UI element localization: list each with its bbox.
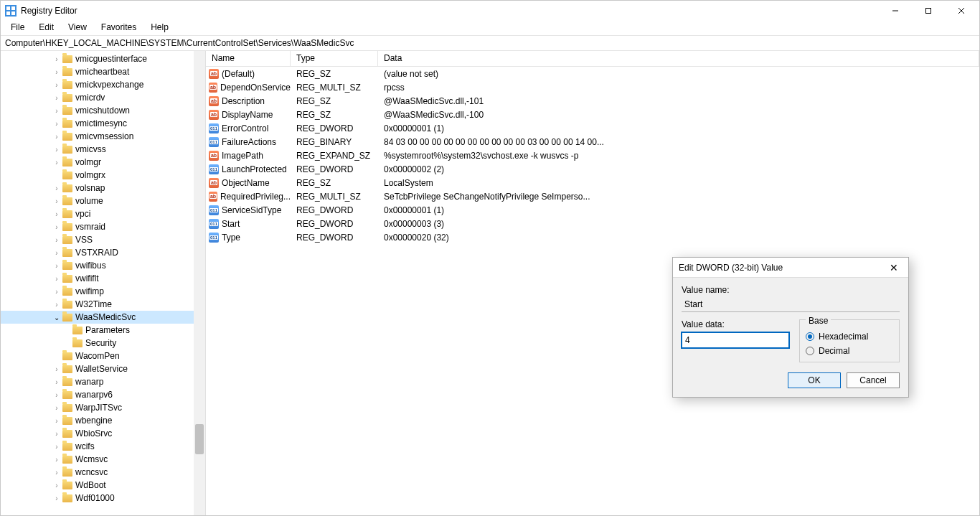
tree-item-vmicrdv[interactable]: ›vmicrdv [1,91,205,104]
tree-item-wdf01000[interactable]: ›Wdf01000 [1,492,205,505]
menu-help[interactable]: Help [143,21,176,35]
tree-item-parameters[interactable]: Parameters [1,324,205,337]
chevron-right-icon[interactable]: › [52,494,61,502]
maximize-button[interactable] [912,1,945,21]
tree-item-vsmraid[interactable]: ›vsmraid [1,220,205,233]
tree-item-warpjitsvc[interactable]: ›WarpJITSvc [1,401,205,414]
ok-button[interactable]: OK [788,372,841,388]
tree-item-w32time[interactable]: ›W32Time [1,298,205,311]
chevron-right-icon[interactable]: › [52,262,61,270]
value-row[interactable]: ServiceSidTypeREG_DWORD0x00000001 (1) [206,203,979,217]
tree-item-walletservice[interactable]: ›WalletService [1,362,205,375]
tree-item-vstxraid[interactable]: ›VSTXRAID [1,246,205,259]
chevron-right-icon[interactable]: › [52,456,61,464]
chevron-right-icon[interactable]: › [52,430,61,438]
chevron-down-icon[interactable]: ⌄ [52,314,61,322]
address-bar[interactable]: Computer\HKEY_LOCAL_MACHINE\SYSTEM\Curre… [1,35,979,51]
menu-favorites[interactable]: Favorites [94,21,143,35]
chevron-right-icon[interactable]: › [52,236,61,244]
values-pane[interactable]: Name Type Data (Default)REG_SZ(value not… [206,51,979,515]
chevron-right-icon[interactable]: › [52,210,61,218]
value-row[interactable]: ObjectNameREG_SZLocalSystem [206,176,979,189]
tree-item-wbengine[interactable]: ›wbengine [1,414,205,427]
tree-item-waasmedicsvc[interactable]: ⌄WaaSMedicSvc [1,311,205,324]
tree-item-vwifimp[interactable]: ›vwifimp [1,285,205,298]
column-name[interactable]: Name [206,51,291,66]
tree-item-wanarp[interactable]: ›wanarp [1,375,205,388]
chevron-right-icon[interactable]: › [52,249,61,257]
tree-item-wcmsvc[interactable]: ›Wcmsvc [1,453,205,466]
chevron-right-icon[interactable]: › [52,443,61,451]
chevron-right-icon[interactable]: › [52,159,61,166]
chevron-right-icon[interactable]: › [52,365,61,373]
value-row[interactable]: FailureActionsREG_BINARY84 03 00 00 00 0… [206,135,979,149]
column-type[interactable]: Type [291,51,378,66]
close-button[interactable] [945,1,978,21]
tree-item-wcifs[interactable]: ›wcifs [1,440,205,453]
value-row[interactable]: DescriptionREG_SZ@WaaSMedicSvc.dll,-101 [206,94,979,108]
chevron-right-icon[interactable]: › [52,146,61,154]
tree-item-vwifibus[interactable]: ›vwifibus [1,259,205,272]
menu-edit[interactable]: Edit [32,21,61,35]
value-row[interactable]: (Default)REG_SZ(value not set) [206,67,979,80]
radio-hexadecimal[interactable]: Hexadecimal [806,332,893,342]
tree-item-vmicvmsession[interactable]: ›vmicvmsession [1,130,205,143]
tree-item-wacompen[interactable]: WacomPen [1,350,205,362]
value-row[interactable]: ErrorControlREG_DWORD0x00000001 (1) [206,121,979,135]
chevron-right-icon[interactable]: › [52,417,61,425]
chevron-right-icon[interactable]: › [52,469,61,477]
chevron-right-icon[interactable]: › [52,197,61,205]
scrollbar-thumb[interactable] [195,424,204,454]
chevron-right-icon[interactable]: › [52,288,61,296]
value-row[interactable]: DependOnServiceREG_MULTI_SZrpcss [206,80,979,94]
tree-item-vwififlt[interactable]: ›vwififlt [1,272,205,285]
chevron-right-icon[interactable]: › [52,120,61,128]
chevron-right-icon[interactable]: › [52,184,61,192]
tree-item-vmicvss[interactable]: ›vmicvss [1,143,205,156]
chevron-right-icon[interactable]: › [52,107,61,115]
tree-item-vmicheartbeat[interactable]: ›vmicheartbeat [1,65,205,78]
value-data-input[interactable] [682,332,789,348]
dialog-close-button[interactable]: ✕ [885,262,903,273]
radio-decimal[interactable]: Decimal [806,346,893,356]
column-data[interactable]: Data [378,51,979,66]
tree-item-wbiosrvc[interactable]: ›WbioSrvc [1,427,205,440]
tree-item-volume[interactable]: ›volume [1,194,205,207]
chevron-right-icon[interactable]: › [52,378,61,386]
tree-item-wcncsvc[interactable]: ›wcncsvc [1,466,205,479]
tree-item-vpci[interactable]: ›vpci [1,207,205,220]
value-row[interactable]: LaunchProtectedREG_DWORD0x00000002 (2) [206,162,979,176]
tree-pane[interactable]: ›vmicguestinterface›vmicheartbeat›vmickv… [1,51,206,515]
value-row[interactable]: ImagePathREG_EXPAND_SZ%systemroot%\syste… [206,149,979,162]
tree-item-security[interactable]: Security [1,337,205,350]
value-row[interactable]: TypeREG_DWORD0x00000020 (32) [206,230,979,244]
minimize-button[interactable] [879,1,912,21]
cancel-button[interactable]: Cancel [847,372,900,388]
chevron-right-icon[interactable]: › [52,81,61,89]
value-row[interactable]: RequiredPrivileg...REG_MULTI_SZSeTcbPriv… [206,189,979,203]
chevron-right-icon[interactable]: › [52,404,61,412]
tree-item-vmickvpexchange[interactable]: ›vmickvpexchange [1,78,205,91]
tree-item-vss[interactable]: ›VSS [1,233,205,246]
chevron-right-icon[interactable]: › [52,94,61,102]
dialog-titlebar[interactable]: Edit DWORD (32-bit) Value ✕ [673,258,908,278]
tree-item-vmicshutdown[interactable]: ›vmicshutdown [1,104,205,117]
tree-item-wdboot[interactable]: ›WdBoot [1,479,205,492]
chevron-right-icon[interactable]: › [52,391,61,399]
tree-item-wanarpv6[interactable]: ›wanarpv6 [1,388,205,401]
value-row[interactable]: StartREG_DWORD0x00000003 (3) [206,217,979,230]
tree-item-vmictimesync[interactable]: ›vmictimesync [1,117,205,130]
chevron-right-icon[interactable]: › [52,68,61,76]
chevron-right-icon[interactable]: › [52,275,61,283]
chevron-right-icon[interactable]: › [52,223,61,231]
chevron-right-icon[interactable]: › [52,133,61,141]
tree-item-volmgr[interactable]: ›volmgr [1,156,205,169]
tree-scrollbar[interactable] [194,51,205,515]
chevron-right-icon[interactable]: › [52,482,61,489]
tree-item-vmicguestinterface[interactable]: ›vmicguestinterface [1,52,205,65]
menu-view[interactable]: View [61,21,94,35]
menu-file[interactable]: File [4,21,32,35]
value-row[interactable]: DisplayNameREG_SZ@WaaSMedicSvc.dll,-100 [206,108,979,121]
tree-item-volmgrx[interactable]: volmgrx [1,169,205,182]
chevron-right-icon[interactable]: › [52,301,61,309]
